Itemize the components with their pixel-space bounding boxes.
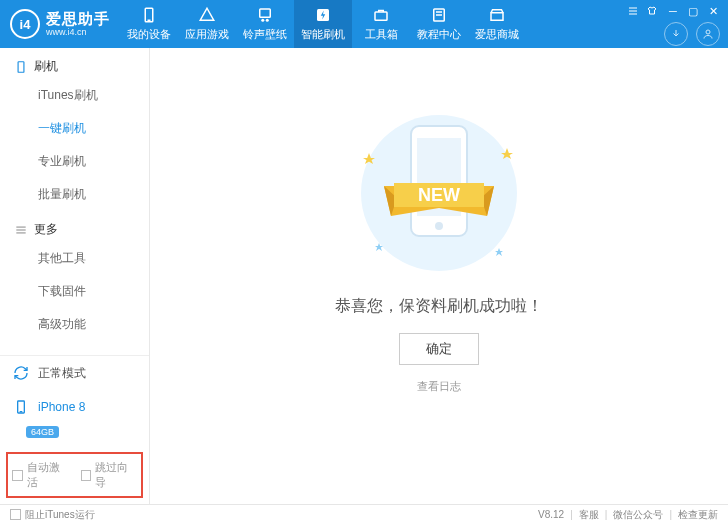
- sidebar-item-batch-flash[interactable]: 批量刷机: [0, 178, 149, 211]
- checkbox-block-itunes[interactable]: 阻止iTunes运行: [10, 508, 95, 522]
- flash-icon: [314, 6, 332, 24]
- phone-outline-icon: [14, 60, 28, 74]
- footer-link-wechat[interactable]: 微信公众号: [613, 508, 663, 522]
- book-icon: [430, 6, 448, 24]
- nav-store[interactable]: 爱思商城: [468, 0, 526, 48]
- storage-badge: 64GB: [26, 426, 59, 438]
- user-icon[interactable]: [696, 22, 720, 46]
- sidebar-item-advanced[interactable]: 高级功能: [0, 308, 149, 341]
- nav-label: 应用游戏: [185, 27, 229, 42]
- checkbox-box-icon: [12, 470, 23, 481]
- sidebar: 刷机 iTunes刷机 一键刷机 专业刷机 批量刷机 更多 其他工具 下载固件 …: [0, 48, 150, 504]
- footer-link-update[interactable]: 检查更新: [678, 508, 718, 522]
- device-phone-icon: [12, 398, 30, 416]
- svg-point-10: [706, 30, 710, 34]
- nav-toolbox[interactable]: 工具箱: [352, 0, 410, 48]
- checkbox-label: 阻止iTunes运行: [25, 508, 95, 522]
- sidebar-section-more[interactable]: 更多: [0, 211, 149, 242]
- sidebar-item-other-tools[interactable]: 其他工具: [0, 242, 149, 275]
- section-title: 更多: [34, 221, 58, 238]
- success-illustration: NEW: [339, 108, 539, 278]
- music-icon: [256, 6, 274, 24]
- brand-url: www.i4.cn: [46, 28, 110, 37]
- svg-point-4: [266, 19, 269, 22]
- version-label: V8.12: [538, 509, 564, 520]
- maximize-icon[interactable]: ▢: [686, 4, 700, 18]
- nav-label: 工具箱: [365, 27, 398, 42]
- nav-label: 爱思商城: [475, 27, 519, 42]
- phone-icon: [140, 6, 158, 24]
- menu-icon: [14, 223, 28, 237]
- nav-apps[interactable]: 应用游戏: [178, 0, 236, 48]
- refresh-icon: [12, 364, 30, 382]
- checkbox-label: 跳过向导: [95, 460, 137, 490]
- svg-marker-21: [495, 248, 503, 256]
- brand-logo-icon: i4: [10, 9, 40, 39]
- device-name: iPhone 8: [38, 400, 85, 414]
- view-log-link[interactable]: 查看日志: [417, 379, 461, 394]
- window-controls: ─ ▢ ✕: [618, 0, 728, 48]
- close-icon[interactable]: ✕: [706, 4, 720, 18]
- device-row[interactable]: iPhone 8: [0, 390, 149, 424]
- nav-flash[interactable]: 智能刷机: [294, 0, 352, 48]
- mode-label: 正常模式: [38, 365, 86, 382]
- minimize-icon[interactable]: ─: [666, 4, 680, 18]
- sidebar-section-flash[interactable]: 刷机: [0, 48, 149, 79]
- svg-rect-11: [18, 61, 24, 72]
- toolbox-icon: [372, 6, 390, 24]
- top-nav: 我的设备 应用游戏 铃声壁纸 智能刷机 工具箱 教程中心 爱思商城: [120, 0, 618, 48]
- skin-icon[interactable]: [646, 4, 660, 18]
- settings-icon[interactable]: [626, 4, 640, 18]
- section-title: 刷机: [34, 58, 58, 75]
- svg-point-24: [435, 222, 443, 230]
- checkbox-box-icon: [10, 509, 21, 520]
- checkbox-skipguide[interactable]: 跳过向导: [81, 460, 138, 490]
- svg-point-3: [261, 19, 264, 22]
- nav-label: 我的设备: [127, 27, 171, 42]
- ok-button[interactable]: 确定: [399, 333, 479, 365]
- checkbox-box-icon: [81, 470, 92, 481]
- checkbox-autoactivate[interactable]: 自动激活: [12, 460, 69, 490]
- store-icon: [488, 6, 506, 24]
- svg-rect-2: [260, 9, 271, 17]
- nav-tutorials[interactable]: 教程中心: [410, 0, 468, 48]
- checkbox-label: 自动激活: [27, 460, 69, 490]
- success-message: 恭喜您，保资料刷机成功啦！: [335, 296, 543, 317]
- brand: i4 爱思助手 www.i4.cn: [0, 0, 120, 48]
- apps-icon: [198, 6, 216, 24]
- sidebar-item-download-fw[interactable]: 下载固件: [0, 275, 149, 308]
- download-icon[interactable]: [664, 22, 688, 46]
- sidebar-item-pro-flash[interactable]: 专业刷机: [0, 145, 149, 178]
- nav-my-device[interactable]: 我的设备: [120, 0, 178, 48]
- mode-row[interactable]: 正常模式: [0, 356, 149, 390]
- footer-link-support[interactable]: 客服: [579, 508, 599, 522]
- titlebar: i4 爱思助手 www.i4.cn 我的设备 应用游戏 铃声壁纸 智能刷机 工具…: [0, 0, 728, 48]
- nav-label: 教程中心: [417, 27, 461, 42]
- nav-label: 智能刷机: [301, 27, 345, 42]
- sidebar-item-itunes-flash[interactable]: iTunes刷机: [0, 79, 149, 112]
- highlighted-checkbox-area: 自动激活 跳过向导: [6, 452, 143, 498]
- sidebar-item-oneclick-flash[interactable]: 一键刷机: [0, 112, 149, 145]
- nav-ringtones[interactable]: 铃声壁纸: [236, 0, 294, 48]
- footer: 阻止iTunes运行 V8.12 | 客服 | 微信公众号 | 检查更新: [0, 504, 728, 524]
- brand-name: 爱思助手: [46, 11, 110, 26]
- main-content: NEW 恭喜您，保资料刷机成功啦！ 确定 查看日志: [150, 48, 728, 504]
- nav-label: 铃声壁纸: [243, 27, 287, 42]
- svg-rect-6: [375, 12, 387, 20]
- ribbon-text: NEW: [418, 185, 460, 205]
